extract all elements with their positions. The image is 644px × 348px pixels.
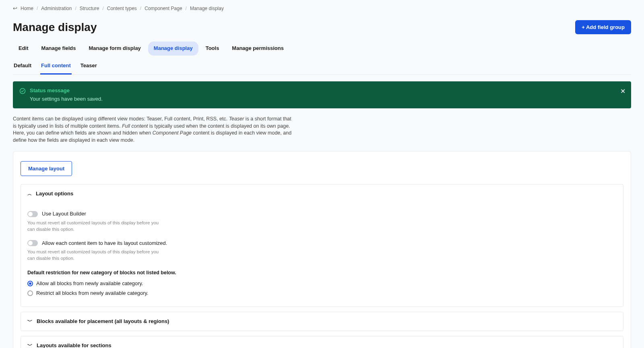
toggle-label: Allow each content item to have its layo… [42,240,167,247]
tab-full-content[interactable]: Full content [40,59,72,75]
layout-options-header[interactable]: ︿ Layout options [21,184,623,203]
breadcrumb-item: Manage display [190,5,224,12]
chevron-down-icon: ﹀ [27,318,33,325]
tab-manage-form-display[interactable]: Manage form display [83,41,147,55]
add-field-group-button[interactable]: + Add field group [575,20,631,34]
manage-layout-button[interactable]: Manage layout [21,161,72,176]
page-title: Manage display [13,19,97,35]
tab-manage-permissions[interactable]: Manage permissions [226,41,289,55]
radio-allow-all[interactable]: Allow all blocks from newly available ca… [27,280,617,287]
tab-default[interactable]: Default [13,59,32,75]
tab-edit[interactable]: Edit [13,41,34,55]
radio-input[interactable] [27,290,33,296]
tab-teaser[interactable]: Teaser [80,59,98,75]
breadcrumb-item[interactable]: Home [21,5,33,12]
back-icon[interactable]: ↩ [13,5,17,12]
chevron-up-icon: ︿ [27,191,32,197]
layout-options-panel: ︿ Layout options Use Layout Builder You … [21,184,623,307]
toggle-hint: You must revert all customized layouts o… [27,249,164,261]
use-layout-builder-toggle[interactable] [27,211,38,217]
radio-input[interactable] [27,281,33,286]
panel-title: Blocks available for placement (all layo… [37,318,169,325]
radio-group-title: Default restriction for new category of … [27,269,617,277]
panel-title: Layouts available for sections [37,342,111,348]
breadcrumb-item[interactable]: Administration [41,5,72,12]
secondary-tabs: Default Full content Teaser [13,59,631,75]
layouts-available-panel[interactable]: ﹀ Layouts available for sections [21,336,623,348]
radio-label: Allow all blocks from newly available ca… [36,280,143,287]
blocks-available-panel[interactable]: ﹀ Blocks available for placement (all la… [21,312,623,331]
chevron-down-icon: ﹀ [27,342,33,348]
check-circle-icon [19,88,26,96]
primary-tabs: Edit Manage fields Manage form display M… [13,41,631,55]
status-text: Your settings have been saved. [30,95,103,103]
breadcrumb-item[interactable]: Component Page [144,5,182,12]
allow-customized-layout-toggle[interactable] [27,240,38,246]
help-text: Content items can be displayed using dif… [13,116,295,144]
panel-title: Layout options [36,190,73,197]
close-icon[interactable]: ✕ [620,87,625,96]
radio-label: Restrict all blocks from newly available… [36,290,149,297]
status-message: Status message Your settings have been s… [13,81,631,108]
toggle-hint: You must revert all customized layouts o… [27,220,164,232]
breadcrumb: ↩ Home/ Administration/ Structure/ Conte… [13,5,631,12]
status-title: Status message [30,87,103,94]
tab-manage-display[interactable]: Manage display [148,41,198,55]
tab-manage-fields[interactable]: Manage fields [36,41,82,55]
radio-restrict-all[interactable]: Restrict all blocks from newly available… [27,290,617,297]
breadcrumb-item[interactable]: Structure [80,5,99,12]
breadcrumb-item[interactable]: Content types [107,5,137,12]
toggle-label: Use Layout Builder [42,210,86,218]
display-settings-card: Manage layout ︿ Layout options Use Layou… [13,151,631,348]
tab-tools[interactable]: Tools [200,41,225,55]
